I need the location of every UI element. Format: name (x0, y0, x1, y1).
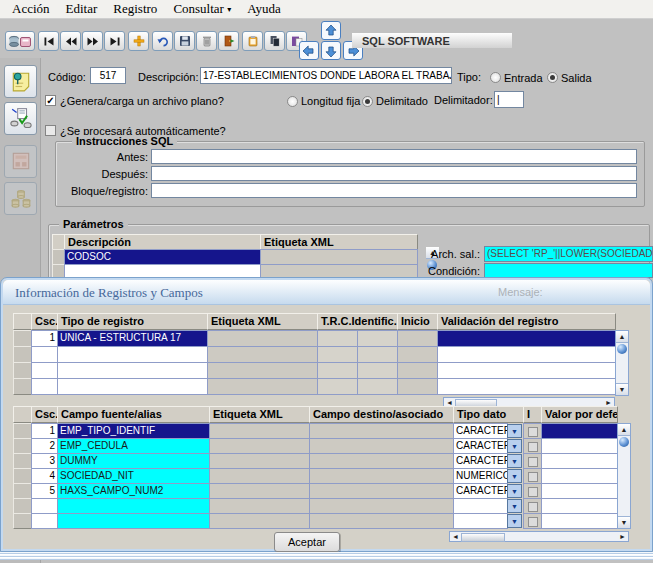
valor-defecto-cell[interactable] (541, 438, 618, 454)
tipo-registro-cell[interactable] (57, 362, 208, 379)
first-record-button[interactable] (38, 31, 59, 51)
menu-consultar[interactable]: Consultar ▾ (165, 1, 239, 17)
scroll-down-arrow-icon[interactable]: ▼ (616, 383, 628, 395)
next-record-button[interactable] (82, 31, 103, 51)
valor-defecto-cell[interactable] (541, 513, 618, 529)
tipo-dato-cell[interactable]: CARACTER (453, 483, 508, 499)
row-indicator[interactable] (13, 346, 32, 363)
csc-cell[interactable] (31, 513, 58, 529)
csc-cell[interactable] (31, 498, 58, 514)
row-indicator[interactable] (13, 498, 32, 514)
csc-cell[interactable]: 5 (31, 483, 58, 499)
csc-cell[interactable]: 4 (31, 468, 58, 484)
codigo-input[interactable]: 517 (90, 67, 126, 84)
undo-button[interactable] (152, 31, 173, 51)
scroll-down-button[interactable] (321, 41, 341, 60)
exit-button[interactable] (218, 31, 239, 51)
scroll-left-button[interactable] (299, 41, 319, 60)
csc-cell[interactable]: 1 (31, 330, 58, 347)
campo-fuente-cell[interactable] (57, 498, 210, 514)
tipo-dato-cell[interactable] (453, 498, 508, 514)
valor-defecto-cell[interactable] (541, 483, 618, 499)
scroll-thumb[interactable] (461, 533, 505, 542)
row-indicator[interactable] (13, 453, 32, 469)
campo-fuente-cell[interactable]: HAXS_CAMPO_NUM2 (57, 483, 210, 499)
registros-vertical-scrollbar[interactable]: ▲ ▼ (615, 330, 629, 396)
copy-button[interactable] (264, 31, 285, 51)
row-indicator[interactable] (13, 362, 32, 379)
campos-vertical-scrollbar[interactable]: ▲ ▼ (617, 423, 631, 529)
antes-input[interactable] (151, 149, 637, 164)
valor-defecto-cell[interactable] (541, 453, 618, 469)
aceptar-button[interactable]: Aceptar (274, 532, 340, 552)
tipo-dato-dropdown-button[interactable]: ▼ (507, 484, 522, 498)
campo-fuente-cell[interactable]: EMP_TIPO_IDENTIF (57, 423, 210, 439)
campo-fuente-cell[interactable] (57, 513, 210, 529)
tipo-salida-radio[interactable] (547, 72, 558, 83)
indispensable-checkbox[interactable] (528, 427, 538, 437)
tipo-dato-cell[interactable]: NUMERICO (453, 468, 508, 484)
condicion-input[interactable] (484, 263, 653, 278)
descripcion-input[interactable]: 17-ESTABLECIMIENTOS DONDE LABORA EL TRAB… (200, 67, 452, 84)
scroll-up-arrow-icon[interactable]: ▲ (616, 331, 628, 343)
longitud-fija-radio[interactable] (287, 96, 298, 107)
tipo-dato-dropdown-button[interactable]: ▼ (507, 514, 522, 528)
indispensable-checkbox[interactable] (528, 487, 538, 497)
tipo-dato-cell[interactable]: CARACTER (453, 453, 508, 469)
tipo-entrada-radio[interactable] (490, 72, 501, 83)
menu-editar[interactable]: Editar (58, 1, 106, 17)
clipboard-button[interactable] (242, 31, 263, 51)
notes-button[interactable] (4, 65, 37, 98)
campos-horizontal-scrollbar[interactable]: ◄ ► (449, 531, 629, 542)
scroll-down-arrow-icon[interactable]: ▼ (618, 516, 630, 528)
procesara-checkbox[interactable] (45, 125, 56, 136)
scroll-left-arrow-icon[interactable]: ◄ (450, 532, 461, 541)
tipo-dato-dropdown-button[interactable]: ▼ (507, 499, 522, 513)
tipo-dato-cell[interactable] (453, 513, 508, 529)
tipo-dato-dropdown-button[interactable]: ▼ (507, 424, 522, 438)
previous-record-button[interactable] (60, 31, 81, 51)
row-indicator[interactable] (13, 438, 32, 454)
row-indicator[interactable] (13, 378, 32, 395)
tipo-dato-cell[interactable]: CARACTER (453, 438, 508, 454)
delimitado-radio[interactable] (362, 96, 373, 107)
indispensable-checkbox[interactable] (528, 442, 538, 452)
valor-defecto-cell[interactable] (541, 498, 618, 514)
scroll-up-button[interactable] (321, 21, 341, 40)
despues-input[interactable] (151, 166, 637, 181)
dialog-titlebar[interactable]: Información de Registros y Campos (3, 280, 650, 305)
campo-fuente-cell[interactable]: DUMMY (57, 453, 210, 469)
valor-defecto-cell[interactable] (541, 423, 618, 439)
validacion-cell[interactable] (437, 346, 616, 363)
insert-record-button[interactable] (128, 31, 149, 51)
delete-button[interactable] (196, 31, 217, 51)
bloque-registro-input[interactable] (151, 183, 637, 198)
last-record-button[interactable] (104, 31, 125, 51)
csc-cell[interactable]: 3 (31, 453, 58, 469)
indispensable-checkbox[interactable] (528, 457, 538, 467)
csc-cell[interactable] (31, 362, 58, 379)
scroll-thumb[interactable] (619, 437, 629, 447)
process-check-button[interactable] (4, 102, 37, 135)
indispensable-checkbox[interactable] (528, 502, 538, 512)
csc-cell[interactable] (31, 378, 58, 395)
tipo-dato-dropdown-button[interactable]: ▼ (507, 469, 522, 483)
csc-cell[interactable] (31, 346, 58, 363)
run-module-button[interactable] (5, 31, 35, 51)
delimitador-input[interactable]: | (494, 91, 524, 108)
save-button[interactable] (174, 31, 195, 51)
parametros-cell-descripcion[interactable]: CODSOC (64, 249, 261, 265)
row-indicator[interactable] (13, 468, 32, 484)
scroll-right-arrow-icon[interactable]: ► (617, 532, 628, 541)
indispensable-checkbox[interactable] (528, 472, 538, 482)
valor-defecto-cell[interactable] (541, 468, 618, 484)
row-indicator[interactable] (13, 483, 32, 499)
tipo-registro-cell[interactable] (57, 346, 208, 363)
row-indicator[interactable] (13, 513, 32, 529)
scroll-up-arrow-icon[interactable]: ▲ (618, 424, 630, 436)
genera-archivo-checkbox[interactable]: ✓ (45, 95, 56, 106)
menu-ayuda[interactable]: Ayuda (239, 1, 288, 17)
tipo-registro-cell[interactable]: UNICA - ESTRUCTURA 17 (57, 330, 208, 347)
tipo-dato-cell[interactable]: CARACTER (453, 423, 508, 439)
validacion-cell[interactable] (437, 378, 616, 395)
